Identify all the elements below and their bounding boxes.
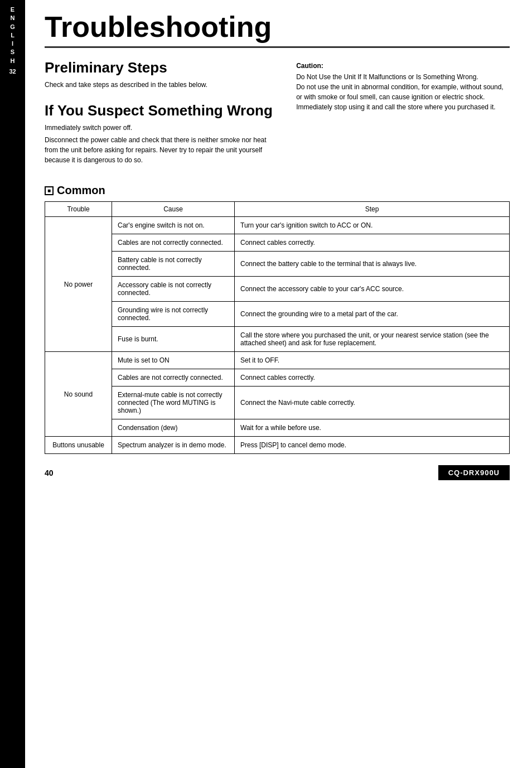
sidebar-letter-n: N: [11, 14, 15, 22]
preliminary-subtitle: Check and take steps as described in the…: [45, 80, 279, 90]
sidebar-letter-h: H: [11, 57, 15, 65]
step-cell: Connect cables correctly.: [235, 369, 510, 387]
cause-cell: Battery cable is not correctly connected…: [112, 252, 235, 277]
trouble-cell: No power: [45, 217, 112, 352]
sidebar-letter-l: L: [11, 31, 14, 39]
page: E N G L I S H 32 Troubleshooting Prelimi…: [0, 0, 532, 768]
common-icon: ■: [45, 186, 54, 195]
table-row: Buttons unusableSpectrum analyzer is in …: [45, 437, 510, 454]
cause-cell: Cables are not correctly connected.: [112, 234, 235, 252]
suspect-title: If You Suspect Something Wrong: [45, 102, 279, 119]
preliminary-title: Preliminary Steps: [45, 59, 279, 76]
col-step: Step: [235, 202, 510, 217]
main-content: Troubleshooting Preliminary Steps Check …: [45, 11, 510, 480]
table-row: Condensation (dew)Wait for a while befor…: [45, 419, 510, 437]
table-row: No soundMute is set to ONSet it to OFF.: [45, 352, 510, 369]
model-badge: CQ-DRX900U: [438, 465, 510, 480]
step-cell: Set it to OFF.: [235, 352, 510, 369]
table-row: Fuse is burnt.Call the store where you p…: [45, 327, 510, 352]
table-row: Accessory cable is not correctly connect…: [45, 277, 510, 302]
cause-cell: Fuse is burnt.: [112, 327, 235, 352]
table-row: Cables are not correctly connected.Conne…: [45, 369, 510, 387]
right-column: Caution: Do Not Use the Unit If It Malfu…: [296, 59, 510, 167]
sidebar-letter-g: G: [10, 23, 15, 31]
cause-cell: Car's engine switch is not on.: [112, 217, 235, 234]
caution-line-2: Do not use the unit in abnormal conditio…: [296, 82, 510, 112]
sidebar: E N G L I S H 32: [0, 0, 25, 768]
page-title: Troubleshooting: [45, 11, 510, 43]
cause-cell: Mute is set to ON: [112, 352, 235, 369]
table-header-row: Trouble Cause Step: [45, 202, 510, 217]
common-section-title: ■ Common: [45, 184, 510, 197]
table-row: No powerCar's engine switch is not on.Tu…: [45, 217, 510, 234]
cause-cell: Condensation (dew): [112, 419, 235, 437]
trouble-cell: Buttons unusable: [45, 437, 112, 454]
page-number: 40: [45, 468, 54, 477]
trouble-cell: No sound: [45, 352, 112, 437]
step-cell: Connect the grounding wire to a metal pa…: [235, 302, 510, 327]
suspect-line-1: Immediately switch power off.: [45, 123, 279, 133]
cause-cell: External-mute cable is not correctly con…: [112, 387, 235, 419]
troubleshooting-table: Trouble Cause Step No powerCar's engine …: [45, 201, 510, 454]
table-row: Grounding wire is not correctly connecte…: [45, 302, 510, 327]
table-row: Cables are not correctly connected.Conne…: [45, 234, 510, 252]
step-cell: Wait for a while before use.: [235, 419, 510, 437]
two-column-section: Preliminary Steps Check and take steps a…: [45, 59, 510, 167]
sidebar-letter-i: I: [12, 40, 13, 47]
caution-line-1: Do Not Use the Unit If It Malfunctions o…: [296, 72, 510, 82]
step-cell: Turn your car's ignition switch to ACC o…: [235, 217, 510, 234]
sidebar-letter-s: S: [11, 48, 14, 56]
step-cell: Call the store where you purchased the u…: [235, 327, 510, 352]
sidebar-letters: E N G L I S H: [10, 6, 15, 65]
cause-cell: Spectrum analyzer is in demo mode.: [112, 437, 235, 454]
col-cause: Cause: [112, 202, 235, 217]
cause-cell: Cables are not correctly connected.: [112, 369, 235, 387]
step-cell: Connect the battery cable to the termina…: [235, 252, 510, 277]
step-cell: Connect the Navi-mute cable correctly.: [235, 387, 510, 419]
left-column: Preliminary Steps Check and take steps a…: [45, 59, 279, 167]
table-row: Battery cable is not correctly connected…: [45, 252, 510, 277]
caution-title: Caution:: [296, 62, 510, 70]
table-row: External-mute cable is not correctly con…: [45, 387, 510, 419]
cause-cell: Accessory cable is not correctly connect…: [112, 277, 235, 302]
common-title-text: Common: [57, 184, 105, 197]
step-cell: Press [DISP] to cancel demo mode.: [235, 437, 510, 454]
step-cell: Connect the accessory cable to your car'…: [235, 277, 510, 302]
col-trouble: Trouble: [45, 202, 112, 217]
sidebar-number: 32: [9, 68, 16, 75]
suspect-line-2: Disconnect the power cable and check tha…: [45, 135, 279, 165]
page-footer: 40 CQ-DRX900U: [45, 465, 510, 480]
sidebar-letter-e: E: [11, 6, 14, 13]
title-underline: [45, 46, 510, 48]
step-cell: Connect cables correctly.: [235, 234, 510, 252]
cause-cell: Grounding wire is not correctly connecte…: [112, 302, 235, 327]
